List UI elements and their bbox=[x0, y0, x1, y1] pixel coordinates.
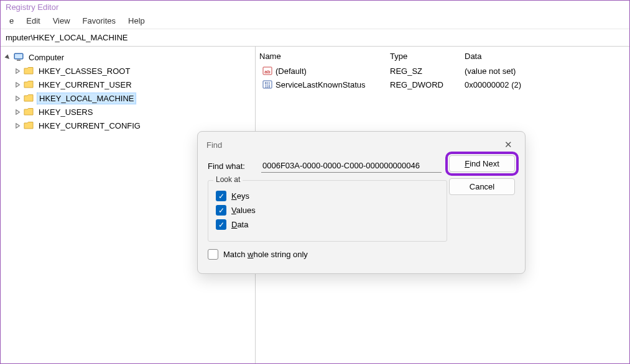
checkbox-checked-icon[interactable]: ✓ bbox=[216, 219, 226, 230]
svg-text:110: 110 bbox=[265, 84, 271, 88]
folder-icon bbox=[23, 66, 34, 76]
values-label: Values bbox=[231, 206, 256, 215]
folder-icon bbox=[23, 93, 34, 103]
value-type: REG_SZ bbox=[386, 65, 461, 77]
keys-label: Keys bbox=[231, 191, 249, 201]
col-data[interactable]: Data bbox=[461, 50, 629, 62]
values-checkbox-row[interactable]: ✓ Values bbox=[216, 205, 439, 216]
folder-icon bbox=[23, 80, 34, 89]
svg-text:ab: ab bbox=[264, 69, 270, 75]
tree-item-hkey_current_config[interactable]: HKEY_CURRENT_CONFIG bbox=[2, 119, 254, 132]
binary-value-icon: 011110 bbox=[262, 80, 273, 89]
chevron-right-icon[interactable] bbox=[13, 80, 22, 89]
checkbox-unchecked-icon[interactable] bbox=[208, 249, 218, 260]
value-data: 0x00000002 (2) bbox=[461, 79, 629, 91]
address-bar bbox=[1, 29, 629, 47]
registry-value-row[interactable]: ab(Default)REG_SZ(value not set) bbox=[256, 64, 629, 78]
checkbox-checked-icon[interactable]: ✓ bbox=[216, 205, 226, 216]
chevron-right-icon[interactable] bbox=[13, 121, 22, 130]
tree-item-label: HKEY_USERS bbox=[37, 107, 95, 117]
tree-item-hkey_current_user[interactable]: HKEY_CURRENT_USER bbox=[2, 78, 254, 91]
find-what-label: Find what: bbox=[208, 162, 261, 171]
menu-help[interactable]: Help bbox=[122, 15, 151, 27]
tree-item-label: HKEY_LOCAL_MACHINE bbox=[37, 93, 136, 104]
tree-item-label: HKEY_CURRENT_CONFIG bbox=[37, 121, 142, 131]
computer-icon bbox=[13, 52, 24, 62]
folder-icon bbox=[23, 107, 34, 117]
tree-item-hkey_users[interactable]: HKEY_USERS bbox=[2, 105, 254, 119]
tree-root[interactable]: Computer bbox=[2, 50, 254, 64]
registry-value-row[interactable]: 011110ServiceLastKnownStatusREG_DWORD0x0… bbox=[256, 78, 629, 91]
address-input[interactable] bbox=[3, 32, 627, 43]
menu-view[interactable]: View bbox=[47, 15, 76, 27]
menu-favorites[interactable]: Favorites bbox=[76, 15, 122, 27]
checkbox-checked-icon[interactable]: ✓ bbox=[216, 191, 226, 201]
value-data: (value not set) bbox=[461, 65, 629, 77]
list-header: Name Type Data bbox=[256, 49, 629, 64]
look-at-legend: Look at bbox=[213, 175, 243, 184]
keys-checkbox-row[interactable]: ✓ Keys bbox=[216, 191, 439, 201]
col-type[interactable]: Type bbox=[386, 50, 461, 62]
tree-item-hkey_classes_root[interactable]: HKEY_CLASSES_ROOT bbox=[2, 64, 254, 78]
cancel-button[interactable]: Cancel bbox=[449, 178, 515, 195]
chevron-right-icon[interactable] bbox=[13, 94, 22, 102]
find-dialog: Find ✕ Find what: Find Next Cancel Look … bbox=[197, 131, 526, 274]
find-what-input[interactable] bbox=[261, 159, 442, 173]
chevron-down-icon[interactable] bbox=[3, 53, 12, 61]
value-type: REG_DWORD bbox=[386, 79, 461, 91]
title-bar: Registry Editor bbox=[1, 1, 629, 13]
svg-rect-2 bbox=[17, 60, 21, 61]
tree-item-hkey_local_machine[interactable]: HKEY_LOCAL_MACHINE bbox=[2, 91, 254, 105]
menu-file[interactable]: e bbox=[3, 15, 20, 27]
match-whole-label: Match whole string only bbox=[223, 250, 308, 259]
svg-rect-1 bbox=[15, 54, 22, 58]
data-checkbox-row[interactable]: ✓ Data bbox=[216, 219, 439, 230]
menu-edit[interactable]: Edit bbox=[20, 15, 46, 27]
value-name: ServiceLastKnownStatus bbox=[276, 80, 366, 89]
string-value-icon: ab bbox=[262, 66, 273, 76]
menu-bar: e Edit View Favorites Help bbox=[1, 13, 629, 29]
chevron-right-icon[interactable] bbox=[13, 66, 22, 75]
folder-icon bbox=[23, 121, 34, 130]
tree-item-label: HKEY_CURRENT_USER bbox=[37, 80, 134, 90]
match-whole-row[interactable]: Match whole string only bbox=[208, 249, 515, 260]
tree-item-label: HKEY_CLASSES_ROOT bbox=[37, 66, 132, 76]
col-name[interactable]: Name bbox=[256, 50, 386, 62]
dialog-title-text: Find bbox=[206, 140, 222, 150]
find-next-button[interactable]: Find Next bbox=[449, 155, 515, 172]
value-name: (Default) bbox=[276, 66, 307, 76]
data-label: Data bbox=[231, 220, 248, 229]
close-icon[interactable]: ✕ bbox=[501, 138, 516, 152]
dialog-titlebar[interactable]: Find ✕ bbox=[198, 132, 525, 155]
tree-root-label: Computer bbox=[27, 52, 66, 63]
chevron-right-icon[interactable] bbox=[13, 107, 22, 116]
app-title: Registry Editor bbox=[6, 2, 58, 12]
look-at-group: Look at ✓ Keys ✓ Values ✓ Data bbox=[208, 180, 447, 242]
